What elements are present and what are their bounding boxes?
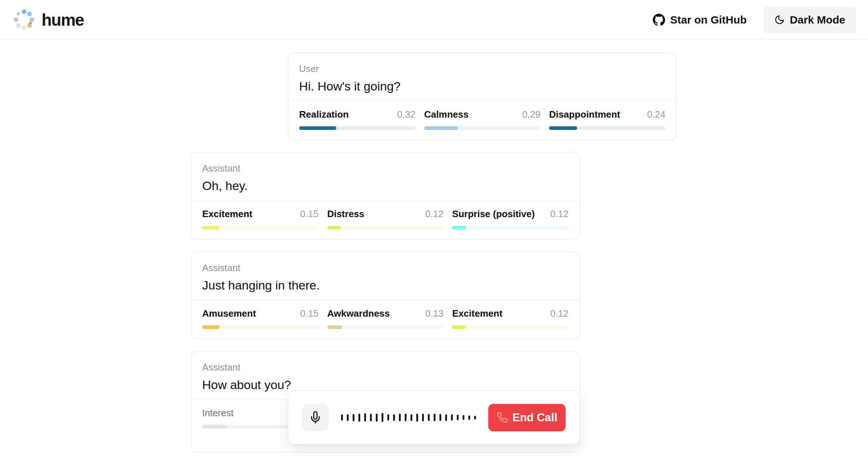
emotion-scores: Amusement 0.15 Awkwardness 0.13 Exciteme…	[191, 300, 579, 338]
emotion-bar-track	[327, 325, 444, 329]
emotion-bar-fill	[202, 226, 220, 229]
message-role: Assistant	[202, 162, 569, 175]
emotion-bar-track	[452, 226, 569, 229]
hume-logo[interactable]: hume	[12, 8, 84, 32]
emotion-name: Calmness	[424, 107, 469, 121]
phone-icon	[497, 412, 508, 423]
header: hume Star on GitHub Dark Mode	[0, 0, 868, 40]
emotion-value: 0.15	[300, 207, 319, 221]
end-call-label: End Call	[512, 411, 557, 424]
message-card: User Hi. How's it going? Realization 0.3…	[288, 52, 677, 140]
emotion-value: 0.15	[300, 307, 319, 320]
emotion-bar-fill	[202, 325, 220, 329]
waveform-bar	[353, 414, 354, 421]
waveform-bar	[382, 413, 383, 422]
waveform-bar	[370, 414, 372, 421]
emotion-item: Calmness 0.29	[424, 107, 541, 130]
emotion-name: Disappointment	[549, 107, 620, 121]
waveform-bar	[422, 414, 424, 421]
waveform-bar	[358, 414, 360, 422]
emotion-value: 0.13	[425, 307, 444, 320]
microphone-icon	[309, 411, 322, 424]
logo-dot-fleck	[29, 22, 32, 24]
waveform-bar	[410, 414, 412, 421]
emotion-name: Realization	[299, 107, 349, 121]
waveform-bar	[474, 416, 476, 419]
emotion-bar-fill	[202, 425, 227, 428]
emotion-bar-fill	[452, 325, 466, 329]
dark-mode-button[interactable]: Dark Mode	[763, 7, 856, 33]
emotion-header: Realization 0.32	[299, 107, 416, 121]
waveform-bar	[428, 414, 430, 421]
message-role: Assistant	[202, 361, 569, 374]
emotion-name: Surprise (positive)	[452, 207, 535, 221]
message-role: User	[299, 62, 665, 75]
emotion-bar-track	[202, 325, 319, 329]
emotion-item: Distress 0.12	[327, 207, 444, 229]
emotion-value: 0.12	[550, 207, 569, 221]
emotion-value: 0.24	[647, 107, 665, 121]
message-section: Assistant Just hanging in there.	[191, 252, 579, 300]
emotion-value: 0.32	[397, 107, 416, 121]
emotion-item: Realization 0.32	[299, 107, 416, 130]
emotion-item: Amusement 0.15	[202, 307, 319, 329]
waveform-bar	[445, 414, 447, 421]
emotion-bar-track	[299, 126, 416, 130]
logo-dot	[22, 9, 26, 14]
emotion-bar-fill	[424, 126, 458, 130]
logo-wordmark: hume	[42, 10, 84, 30]
waveform-bar	[439, 414, 441, 421]
emotion-header: Surprise (positive) 0.12	[452, 207, 569, 221]
logo-dot	[17, 12, 20, 16]
emotion-scores: Realization 0.32 Calmness 0.29 Disappoin…	[288, 101, 676, 139]
emotion-bar-fill	[452, 226, 466, 229]
emotion-bar-track	[549, 126, 665, 130]
hume-spinner-logo-icon	[12, 8, 36, 32]
waveform-bar	[405, 414, 407, 421]
logo-dot	[27, 12, 32, 16]
emotion-header: Distress 0.12	[327, 207, 444, 221]
emotion-value: 0.12	[425, 207, 444, 221]
message-role: Assistant	[202, 261, 569, 274]
waveform-bar	[468, 415, 470, 420]
emotion-name: Distress	[327, 207, 365, 221]
message-text: Hi. How's it going?	[299, 77, 665, 95]
audio-waveform-visualizer	[329, 413, 488, 422]
emotion-item: Disappointment 0.24	[549, 107, 665, 130]
waveform-bar	[416, 414, 418, 422]
emotion-name: Excitement	[452, 307, 502, 320]
star-on-github-link[interactable]: Star on GitHub	[653, 14, 747, 26]
mute-microphone-button[interactable]	[302, 404, 329, 431]
waveform-bar	[457, 415, 459, 420]
emotion-value: 0.29	[522, 107, 541, 121]
dark-mode-label: Dark Mode	[790, 14, 845, 26]
waveform-bar	[393, 414, 395, 421]
message-card: Assistant Just hanging in there. Amuseme…	[191, 252, 580, 339]
end-call-button[interactable]: End Call	[488, 404, 566, 431]
emotion-name: Awkwardness	[327, 307, 390, 320]
emotion-name: Interest	[202, 406, 234, 420]
emotion-bar-track	[202, 226, 319, 229]
waveform-bar	[434, 414, 435, 421]
emotion-bar-track	[327, 226, 444, 229]
emotion-header: Awkwardness 0.13	[327, 307, 444, 320]
logo-dot	[22, 25, 26, 30]
star-on-github-label: Star on GitHub	[670, 14, 747, 26]
emotion-item: Surprise (positive) 0.12	[452, 207, 569, 229]
waveform-bar	[341, 414, 343, 421]
message-section: Assistant Oh, hey.	[191, 152, 579, 200]
waveform-bar	[463, 415, 464, 420]
emotion-header: Amusement 0.15	[202, 307, 319, 320]
moon-icon	[774, 14, 785, 25]
emotion-bar-fill	[549, 126, 577, 130]
waveform-bar	[364, 413, 366, 422]
emotion-item: Excitement 0.12	[452, 307, 569, 329]
logo-dot	[16, 23, 21, 28]
emotion-header: Excitement 0.12	[452, 307, 569, 320]
waveform-bar	[387, 414, 389, 421]
emotion-value: 0.12	[550, 307, 569, 320]
github-icon	[653, 14, 665, 26]
emotion-bar-track	[452, 325, 569, 329]
emotion-scores: Excitement 0.15 Distress 0.12 Surprise (…	[191, 200, 579, 239]
emotion-item: Awkwardness 0.13	[327, 307, 444, 329]
